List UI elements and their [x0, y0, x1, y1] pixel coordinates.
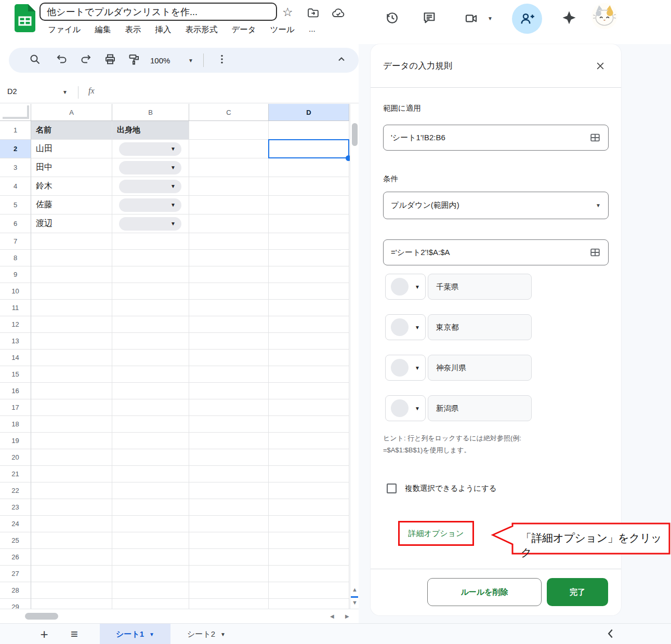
cell-D25[interactable]	[269, 532, 349, 549]
cell-C7[interactable]	[189, 233, 269, 250]
cell-A7[interactable]	[31, 233, 112, 250]
all-sheets-icon[interactable]: ≡	[65, 625, 83, 643]
done-button[interactable]: 完了	[547, 578, 608, 606]
cell-B8[interactable]	[112, 250, 189, 266]
cell-A14[interactable]	[31, 350, 112, 366]
cell-D3[interactable]	[269, 158, 349, 177]
cell-A16[interactable]	[31, 383, 112, 399]
video-camera-icon[interactable]	[464, 11, 478, 28]
cell-B2[interactable]: ▼	[112, 140, 189, 158]
row-header-14[interactable]: 14	[0, 350, 31, 366]
row-header-22[interactable]: 22	[0, 482, 31, 499]
zoom-level[interactable]: 100%	[150, 56, 170, 65]
sheet-tab-1[interactable]: シート1 ▼	[100, 624, 170, 644]
cell-D8[interactable]	[269, 250, 349, 266]
cell-D29[interactable]	[269, 599, 349, 609]
cell-D18[interactable]	[269, 416, 349, 433]
cell-D5[interactable]	[269, 196, 349, 214]
avatar[interactable]	[591, 3, 617, 29]
menu-data[interactable]: データ	[231, 24, 256, 35]
cell-B27[interactable]	[112, 566, 189, 582]
cell-D24[interactable]	[269, 516, 349, 532]
row-header-29[interactable]: 29	[0, 599, 31, 609]
row-header-23[interactable]: 23	[0, 499, 31, 516]
row-header-13[interactable]: 13	[0, 333, 31, 350]
cell-C17[interactable]	[189, 399, 269, 416]
cell-B26[interactable]	[112, 549, 189, 566]
cell-A29[interactable]	[31, 599, 112, 609]
cell-B1[interactable]: 出身地	[112, 121, 189, 140]
cell-D20[interactable]	[269, 449, 349, 466]
scroll-up-icon[interactable]: ▲	[352, 587, 358, 593]
row-header-25[interactable]: 25	[0, 532, 31, 549]
cell-D2[interactable]	[269, 140, 349, 158]
cell-C20[interactable]	[189, 449, 269, 466]
cell-C27[interactable]	[189, 566, 269, 582]
cell-B12[interactable]	[112, 316, 189, 333]
gemini-icon[interactable]	[561, 10, 577, 28]
cell-C22[interactable]	[189, 482, 269, 499]
cell-B28[interactable]	[112, 582, 189, 599]
cell-C10[interactable]	[189, 283, 269, 300]
paint-format-icon[interactable]	[128, 53, 140, 68]
cell-D9[interactable]	[269, 266, 349, 283]
cell-A8[interactable]	[31, 250, 112, 266]
column-header-A[interactable]: A	[31, 104, 112, 121]
cell-A19[interactable]	[31, 433, 112, 449]
spreadsheet-grid[interactable]: ABCD1名前出身地2山田▼3田中▼4鈴木▼5佐藤▼6渡辺▼7891011121…	[0, 104, 359, 609]
option-color-dropdown[interactable]: ▼	[385, 355, 426, 381]
cell-A11[interactable]	[31, 300, 112, 316]
row-header-26[interactable]: 26	[0, 549, 31, 566]
cell-A9[interactable]	[31, 266, 112, 283]
cloud-check-icon[interactable]	[332, 6, 345, 22]
row-header-15[interactable]: 15	[0, 366, 31, 383]
cell-A23[interactable]	[31, 499, 112, 516]
cell-B5[interactable]: ▼	[112, 196, 189, 214]
cell-C13[interactable]	[189, 333, 269, 350]
move-folder-icon[interactable]	[307, 6, 320, 21]
delete-rule-button[interactable]: ルールを削除	[427, 578, 542, 606]
row-header-17[interactable]: 17	[0, 399, 31, 416]
vertical-scrollbar-thumb[interactable]	[352, 123, 358, 146]
option-value-input[interactable]: 神奈川県	[428, 355, 532, 381]
cell-D4[interactable]	[269, 177, 349, 196]
column-header-D[interactable]: D	[269, 104, 349, 121]
cell-B14[interactable]	[112, 350, 189, 366]
cell-A24[interactable]	[31, 516, 112, 532]
share-button[interactable]	[512, 4, 542, 34]
cell-D26[interactable]	[269, 549, 349, 566]
cell-D27[interactable]	[269, 566, 349, 582]
cell-B15[interactable]	[112, 366, 189, 383]
row-header-2[interactable]: 2	[0, 140, 31, 158]
cell-C29[interactable]	[189, 599, 269, 609]
cell-A10[interactable]	[31, 283, 112, 300]
document-title-input[interactable]: 他シートでプルダウンリストを作...	[40, 3, 277, 21]
cell-C28[interactable]	[189, 582, 269, 599]
cell-D22[interactable]	[269, 482, 349, 499]
option-value-input[interactable]: 新潟県	[428, 395, 532, 421]
cell-A4[interactable]: 鈴木	[31, 177, 112, 196]
cell-C16[interactable]	[189, 383, 269, 399]
cell-C18[interactable]	[189, 416, 269, 433]
menu-format[interactable]: 表示形式	[185, 24, 217, 35]
cell-A6[interactable]: 渡辺	[31, 214, 112, 233]
cell-B6[interactable]: ▼	[112, 214, 189, 233]
cell-C15[interactable]	[189, 366, 269, 383]
cell-B22[interactable]	[112, 482, 189, 499]
cell-D14[interactable]	[269, 350, 349, 366]
cell-A22[interactable]	[31, 482, 112, 499]
range-input[interactable]: 'シート1'!B2:B6	[383, 125, 609, 151]
row-header-18[interactable]: 18	[0, 416, 31, 433]
cell-A1[interactable]: 名前	[31, 121, 112, 140]
cell-D13[interactable]	[269, 333, 349, 350]
row-header-6[interactable]: 6	[0, 214, 31, 233]
cell-A13[interactable]	[31, 333, 112, 350]
horizontal-scrollbar-thumb[interactable]	[25, 613, 58, 620]
menu-tools[interactable]: ツール	[270, 24, 295, 35]
option-value-input[interactable]: 千葉県	[428, 274, 532, 300]
menu-overflow[interactable]: ...	[309, 24, 315, 35]
star-icon[interactable]: ☆	[282, 5, 293, 19]
undo-icon[interactable]	[56, 53, 68, 68]
zoom-caret-icon[interactable]: ▼	[188, 58, 193, 63]
cell-D17[interactable]	[269, 399, 349, 416]
